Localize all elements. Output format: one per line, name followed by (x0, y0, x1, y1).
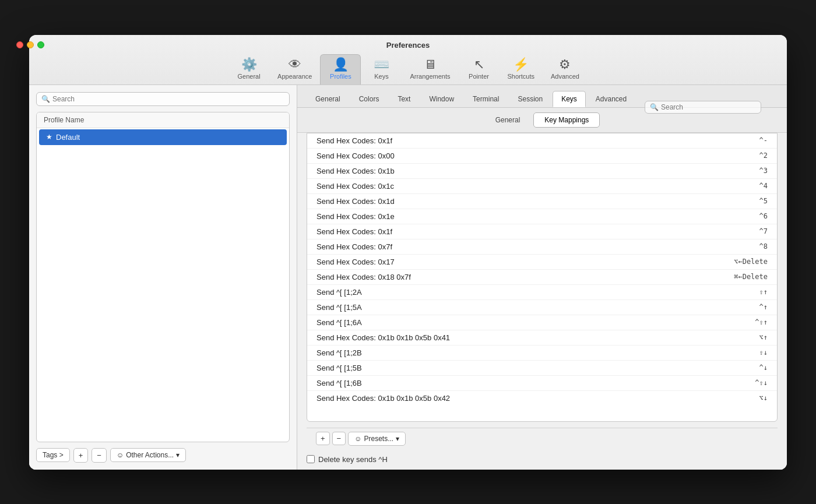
profile-search-icon: 🔍 (41, 95, 50, 103)
tab-text[interactable]: Text (389, 91, 419, 107)
toolbar-item-keys[interactable]: ⌨️ Keys (361, 55, 402, 84)
right-panel: General Colors Text Window Terminal Sess… (297, 85, 787, 470)
sub-tab-general[interactable]: General (484, 112, 532, 128)
keys-icon: ⌨️ (374, 58, 389, 71)
key-mapping-row-13[interactable]: Send Hex Codes: 0x1b 0x1b 0x5b 0x41 ⌥↑ (307, 330, 777, 346)
traffic-lights (29, 41, 44, 48)
profile-search-container: 🔍 (36, 92, 290, 106)
other-actions-chevron-icon: ▾ (176, 451, 180, 459)
key-mapping-row-8[interactable]: Send Hex Codes: 0x17 ⌥←Delete (307, 255, 777, 270)
toolbar-search-container: 🔍 (645, 101, 761, 114)
tab-advanced[interactable]: Advanced (587, 91, 635, 107)
main-toolbar: ⚙️ General 👁 Appearance 👤 Profiles ⌨️ Ke… (38, 54, 778, 84)
add-profile-button[interactable]: + (73, 448, 89, 463)
toolbar-search-inner: 🔍 (645, 101, 761, 114)
tab-session[interactable]: Session (509, 91, 551, 107)
other-actions-button[interactable]: ☺ Other Actions... ▾ (110, 448, 186, 462)
toolbar-item-advanced[interactable]: ⚙ Advanced (543, 55, 588, 84)
general-icon: ⚙️ (241, 58, 257, 71)
key-mapping-row-4[interactable]: Send Hex Codes: 0x1d ^5 (307, 194, 777, 209)
key-mapping-row-1[interactable]: Send Hex Codes: 0x00 ^2 (307, 149, 777, 164)
default-star-icon: ★ (46, 133, 52, 141)
presets-label: Presets... (364, 435, 393, 443)
arrangements-icon: 🖥 (424, 58, 437, 71)
titlebar-top: Preferences (38, 41, 778, 50)
key-mapping-row-17[interactable]: Send Hex Codes: 0x1b 0x1b 0x5b 0x42 ⌥↓ (307, 391, 777, 406)
left-panel-bottom: Tags > + − ☺ Other Actions... ▾ (36, 448, 290, 463)
delete-key-row: Delete key sends ^H (307, 455, 388, 464)
key-mapping-row-9[interactable]: Send Hex Codes: 0x18 0x7f ⌘←Delete (307, 270, 777, 285)
advanced-icon: ⚙ (559, 58, 571, 71)
profiles-icon: 👤 (333, 58, 349, 71)
toolbar-item-appearance[interactable]: 👁 Appearance (269, 55, 320, 84)
appearance-icon: 👁 (289, 58, 301, 71)
tab-colors[interactable]: Colors (350, 91, 388, 107)
key-mapping-row-6[interactable]: Send Hex Codes: 0x1f ^7 (307, 224, 777, 239)
add-mapping-button[interactable]: + (316, 432, 330, 445)
key-mapping-row-16[interactable]: Send ^[ [1;6B ^⇧↓ (307, 376, 777, 391)
key-mapping-row-14[interactable]: Send ^[ [1;2B ⇧↓ (307, 346, 777, 361)
key-mappings-list: Send Hex Codes: 0x1f ^- Send Hex Codes: … (307, 133, 778, 422)
tags-button[interactable]: Tags > (36, 448, 70, 462)
key-mapping-row-0[interactable]: Send Hex Codes: 0x1f ^- (307, 133, 777, 149)
toolbar-item-pointer[interactable]: ↖ Pointer (459, 55, 500, 84)
key-mappings-toolbar: + − ☺ Presets... ▾ (307, 428, 778, 449)
key-mapping-row-7[interactable]: Send Hex Codes: 0x7f ^8 (307, 239, 777, 255)
main-content: 🔍 Profile Name ★ Default Tags > + − ☺ Ot… (29, 85, 787, 470)
presets-smiley-icon: ☺ (354, 435, 361, 443)
left-panel: 🔍 Profile Name ★ Default Tags > + − ☺ Ot… (29, 85, 297, 470)
pointer-icon: ↖ (474, 58, 484, 71)
profile-search-input[interactable] (52, 95, 284, 103)
key-mapping-row-5[interactable]: Send Hex Codes: 0x1e ^6 (307, 209, 777, 224)
shortcuts-icon: ⚡ (513, 58, 529, 71)
remove-mapping-button[interactable]: − (332, 432, 346, 445)
toolbar-item-profiles[interactable]: 👤 Profiles (320, 54, 361, 84)
tab-keys[interactable]: Keys (553, 91, 586, 107)
key-mapping-row-15[interactable]: Send ^[ [1;5B ^↓ (307, 361, 777, 376)
presets-chevron-icon: ▾ (396, 435, 399, 443)
tab-window[interactable]: Window (420, 91, 463, 107)
titlebar: Preferences ⚙️ General 👁 Appearance 👤 Pr… (29, 35, 787, 85)
remove-profile-button[interactable]: − (92, 448, 107, 463)
profile-item-default[interactable]: ★ Default (39, 129, 287, 145)
window-title: Preferences (38, 41, 778, 50)
profile-name: Default (56, 133, 80, 142)
toolbar-item-shortcuts[interactable]: ⚡ Shortcuts (500, 55, 543, 84)
toolbar-item-general[interactable]: ⚙️ General (228, 55, 269, 84)
tab-general[interactable]: General (307, 91, 349, 107)
profile-list-container: Profile Name ★ Default (36, 112, 290, 442)
toolbar-item-arrangements[interactable]: 🖥 Arrangements (402, 55, 458, 84)
search-icon: 🔍 (650, 103, 659, 111)
tab-terminal[interactable]: Terminal (464, 91, 508, 107)
key-mapping-row-2[interactable]: Send Hex Codes: 0x1b ^3 (307, 164, 777, 179)
search-input[interactable] (661, 103, 754, 111)
delete-key-label: Delete key sends ^H (318, 455, 388, 464)
presets-button[interactable]: ☺ Presets... ▾ (348, 432, 406, 446)
key-mapping-row-10[interactable]: Send ^[ [1;2A ⇧↑ (307, 285, 777, 300)
preferences-window: Preferences ⚙️ General 👁 Appearance 👤 Pr… (29, 35, 787, 470)
sub-tab-key-mappings[interactable]: Key Mappings (533, 112, 600, 128)
smiley-icon: ☺ (117, 451, 124, 459)
delete-key-checkbox[interactable] (307, 455, 315, 463)
bottom-bar: Delete key sends ^H (297, 449, 787, 470)
minimize-button[interactable] (29, 41, 34, 48)
other-actions-label: Other Actions... (126, 451, 174, 459)
key-mapping-row-12[interactable]: Send ^[ [1;6A ^⇧↑ (307, 315, 777, 330)
profile-list-header: Profile Name (37, 112, 289, 128)
key-mapping-row-11[interactable]: Send ^[ [1;5A ^↑ (307, 300, 777, 315)
key-mapping-row-3[interactable]: Send Hex Codes: 0x1c ^4 (307, 179, 777, 194)
fullscreen-button[interactable] (37, 41, 44, 48)
